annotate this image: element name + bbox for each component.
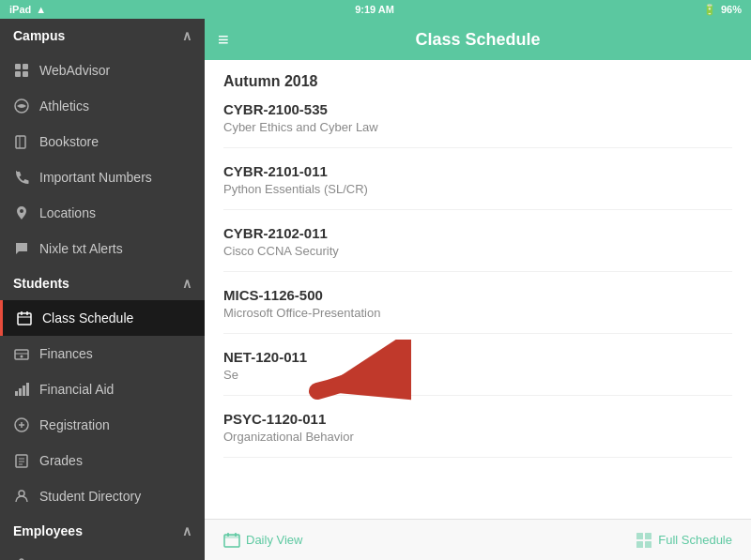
- course-item-4[interactable]: MICS-1126-500 Microsoft Office-Presentat…: [223, 287, 732, 334]
- svg-rect-27: [636, 541, 643, 548]
- sidebar-section-students[interactable]: Students ∧: [0, 266, 205, 300]
- status-right: 🔋 96%: [703, 4, 742, 16]
- registration-icon: [13, 416, 30, 433]
- athletics-label: Athletics: [39, 98, 89, 114]
- sidebar-item-finances[interactable]: Finances: [0, 336, 205, 371]
- bottom-bar: Daily View Full Schedule: [205, 519, 751, 560]
- svg-rect-0: [15, 64, 21, 69]
- campus-chevron: ∧: [182, 28, 192, 43]
- course-item-5[interactable]: NET-120-011 Security Management: [223, 349, 732, 396]
- svg-rect-26: [645, 533, 651, 539]
- campus-label: Campus: [13, 28, 65, 43]
- battery-level: 96%: [721, 4, 742, 15]
- students-label: Students: [13, 276, 69, 291]
- menu-button[interactable]: ≡: [218, 29, 229, 51]
- grades-icon: [13, 452, 30, 469]
- webadvisor-icon: [13, 62, 30, 79]
- sidebar-item-athletics[interactable]: Athletics: [0, 88, 205, 124]
- students-chevron: ∧: [182, 276, 192, 291]
- course-name-5: Security Management: [223, 368, 732, 382]
- status-bar: iPad ▲ 9:19 AM 🔋 96%: [0, 0, 751, 19]
- course-item-1[interactable]: CYBR-2100-535 Cyber Ethics and Cyber Law: [223, 101, 732, 148]
- grades-label: Grades: [39, 453, 83, 468]
- sidebar-item-financial-aid[interactable]: Financial Aid: [0, 371, 205, 407]
- sidebar-item-student-directory[interactable]: Student Directory: [0, 478, 205, 514]
- page-title: Class Schedule: [415, 30, 540, 50]
- sidebar-item-class-schedule[interactable]: Class Schedule: [0, 300, 205, 336]
- financial-aid-icon: [13, 381, 30, 398]
- battery-icon: 🔋: [703, 4, 716, 16]
- schedule-content: Autumn 2018 CYBR-2100-535 Cyber Ethics a…: [205, 60, 751, 519]
- course-item-3[interactable]: CYBR-2102-011 Cisco CCNA Security: [223, 225, 732, 272]
- course-item-2[interactable]: CYBR-2101-011 Python Essentials (SL/CR): [223, 163, 732, 210]
- sidebar-section-employees[interactable]: Employees ∧: [0, 514, 205, 548]
- daily-view-label: Daily View: [246, 533, 302, 547]
- course-name-1: Cyber Ethics and Cyber Law: [223, 120, 732, 134]
- hamburger-icon: ≡: [218, 29, 229, 50]
- sidebar-item-locations[interactable]: Locations: [0, 195, 205, 231]
- course-code-6: PSYC-1120-011: [223, 411, 732, 427]
- course-code-5: NET-120-011: [223, 349, 732, 365]
- top-bar: ≡ Class Schedule: [205, 19, 751, 60]
- nixle-label: Nixle txt Alerts: [39, 241, 123, 256]
- course-item-6[interactable]: PSYC-1120-011 Organizational Behavior: [223, 411, 732, 458]
- locations-label: Locations: [39, 205, 96, 220]
- svg-rect-3: [23, 71, 28, 77]
- bookstore-label: Bookstore: [39, 134, 99, 149]
- class-schedule-label: Class Schedule: [42, 310, 133, 325]
- chat-icon: [13, 240, 30, 257]
- course-name-6: Organizational Behavior: [223, 430, 732, 444]
- svg-rect-5: [16, 136, 25, 148]
- important-numbers-label: Important Numbers: [39, 170, 152, 185]
- content-area: ≡ Class Schedule Autumn 2018 CYBR-2100-5…: [205, 19, 751, 560]
- sidebar-item-grades[interactable]: Grades: [0, 443, 205, 478]
- webadvisor-label: WebAdvisor: [39, 63, 110, 78]
- svg-rect-28: [645, 541, 651, 548]
- course-name-4: Microsoft Office-Presentation: [223, 306, 732, 320]
- full-schedule-icon: [636, 532, 652, 549]
- calendar-icon: [16, 310, 33, 326]
- semester-title: Autumn 2018: [223, 73, 732, 90]
- finances-icon: [13, 345, 30, 362]
- sidebar-item-nixle[interactable]: Nixle txt Alerts: [0, 231, 205, 266]
- status-left: iPad ▲: [9, 4, 46, 15]
- svg-rect-11: [23, 386, 25, 396]
- status-time: 9:19 AM: [355, 4, 394, 15]
- course-name-3: Cisco CCNA Security: [223, 244, 732, 258]
- sidebar-section-campus[interactable]: Campus ∧: [0, 19, 205, 53]
- bookstore-icon: [13, 133, 30, 150]
- sidebar-item-important-numbers[interactable]: Important Numbers: [0, 159, 205, 195]
- course-code-3: CYBR-2102-011: [223, 225, 732, 241]
- daily-view-icon: [223, 532, 240, 549]
- employees-label: Employees: [13, 523, 83, 538]
- svg-rect-1: [23, 64, 28, 69]
- phone-icon: [13, 169, 30, 186]
- wifi-icon: ▲: [36, 4, 46, 15]
- svg-rect-25: [636, 533, 643, 539]
- student-directory-label: Student Directory: [39, 489, 141, 504]
- location-icon: [13, 204, 30, 221]
- svg-rect-9: [15, 391, 18, 396]
- svg-point-15: [19, 491, 24, 496]
- sidebar-item-webadvisor[interactable]: WebAdvisor: [0, 53, 205, 88]
- athletics-icon: [13, 98, 30, 114]
- course-code-1: CYBR-2100-535: [223, 101, 732, 117]
- main-layout: Campus ∧ WebAdvisor Athletics Bookstore: [0, 19, 751, 560]
- sidebar-item-registration[interactable]: Registration: [0, 407, 205, 443]
- svg-point-8: [21, 356, 23, 358]
- content-wrapper: Autumn 2018 CYBR-2100-535 Cyber Ethics a…: [205, 60, 751, 560]
- course-code-4: MICS-1126-500: [223, 287, 732, 303]
- employees-chevron: ∧: [182, 523, 192, 538]
- full-schedule-button[interactable]: Full Schedule: [636, 532, 732, 549]
- svg-rect-24: [224, 535, 239, 538]
- course-code-2: CYBR-2101-011: [223, 163, 732, 179]
- full-schedule-label: Full Schedule: [658, 533, 732, 547]
- registration-label: Registration: [39, 417, 110, 432]
- course-name-2: Python Essentials (SL/CR): [223, 182, 732, 196]
- daily-view-button[interactable]: Daily View: [223, 532, 302, 549]
- device-label: iPad: [9, 4, 31, 15]
- svg-rect-6: [18, 313, 31, 325]
- sidebar-item-bookstore[interactable]: Bookstore: [0, 124, 205, 159]
- sidebar-item-employee-info[interactable]: Employee Info: [0, 548, 205, 560]
- svg-rect-2: [15, 71, 21, 77]
